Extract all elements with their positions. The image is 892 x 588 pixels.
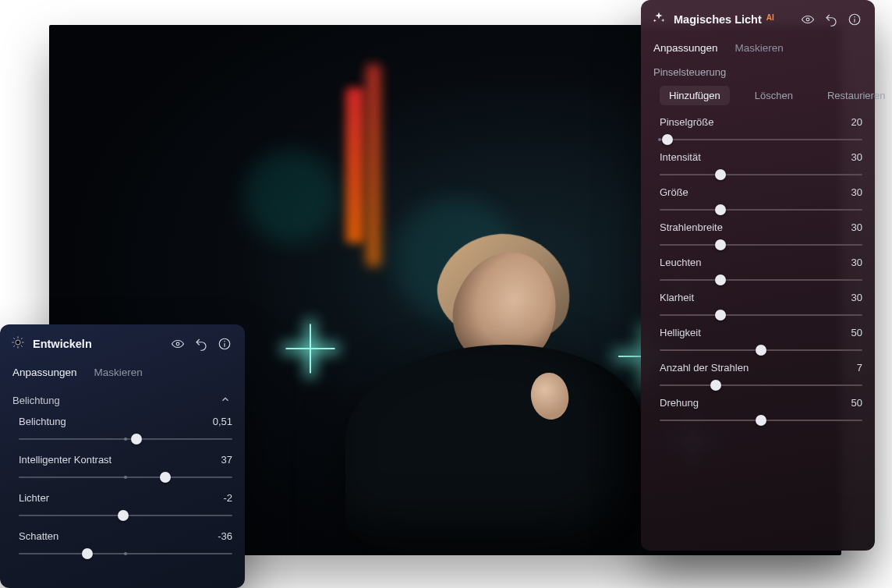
slider-track[interactable] [660, 345, 862, 356]
develop-panel: Entwickeln Anpassungen Maskieren Belicht… [0, 324, 245, 588]
ai-badge: AI [766, 13, 774, 22]
slider-contrast: Intelligenter Kontrast37 [0, 451, 245, 489]
slider-label: Anzahl der Strahlen [660, 362, 749, 374]
slider-ray_width: Strahlenbreite30 [641, 220, 875, 255]
slider-thumb[interactable] [715, 204, 726, 215]
slider-highlights: Lichter-2 [0, 489, 245, 527]
svg-point-13 [806, 18, 809, 21]
slider-track[interactable] [19, 548, 232, 559]
slider-track[interactable] [19, 472, 232, 483]
chevron-up-icon [220, 394, 232, 406]
slider-track[interactable] [660, 275, 862, 285]
slider-thumb[interactable] [710, 380, 721, 391]
slider-value: 50 [851, 397, 862, 409]
brush-mode-add[interactable]: Hinzufügen [660, 86, 730, 105]
develop-tabs: Anpassungen Maskieren [0, 362, 245, 388]
slider-ray_count: Anzahl der Strahlen7 [641, 360, 875, 395]
develop-panel-title: Entwickeln [33, 338, 92, 350]
slider-label: Klarheit [660, 292, 694, 303]
slider-thumb[interactable] [160, 472, 171, 483]
slider-thumb[interactable] [118, 510, 129, 521]
slider-track[interactable] [19, 510, 232, 521]
slider-rail [660, 244, 862, 246]
slider-label: Intelligenter Kontrast [19, 454, 112, 466]
slider-label: Pinselgröße [660, 116, 713, 128]
slider-tick [124, 437, 127, 441]
tab-masking[interactable]: Maskieren [735, 42, 784, 54]
slider-track[interactable] [19, 434, 232, 445]
slider-rail [660, 314, 862, 316]
exposure-group-label: Belichtung [12, 395, 60, 406]
slider-value: -2 [223, 492, 232, 504]
slider-track[interactable] [660, 239, 862, 250]
svg-point-16 [854, 16, 855, 18]
slider-label: Leuchten [660, 257, 702, 268]
exposure-group-header[interactable]: Belichtung [0, 388, 245, 413]
slider-value: 37 [221, 454, 232, 466]
slider-thumb[interactable] [715, 239, 726, 250]
brightness-icon [11, 335, 25, 352]
slider-thumb[interactable] [715, 169, 726, 180]
slider-label: Größe [660, 186, 688, 198]
slider-label: Intensität [660, 151, 701, 163]
brush-mode-erase[interactable]: Löschen [745, 86, 802, 105]
slider-tick [124, 552, 127, 555]
slider-rotation: Drehung50 [641, 395, 875, 430]
slider-value: 30 [851, 257, 862, 268]
slider-thumb[interactable] [82, 548, 93, 559]
slider-thumb[interactable] [756, 415, 766, 426]
tab-masking[interactable]: Maskieren [94, 367, 143, 378]
slider-value: -36 [218, 530, 232, 542]
svg-line-5 [13, 338, 15, 339]
slider-value: 30 [851, 186, 862, 198]
slider-thumb[interactable] [756, 345, 766, 356]
sparkle-icon [652, 11, 666, 28]
tab-adjustments[interactable]: Anpassungen [653, 42, 718, 54]
slider-track[interactable] [660, 310, 862, 321]
svg-line-7 [13, 345, 15, 347]
brush-mode-segmented: Hinzufügen Löschen Restaurieren [641, 86, 875, 115]
slider-value: 30 [851, 221, 862, 233]
slider-track[interactable] [660, 415, 862, 426]
slider-rail [660, 279, 862, 281]
slider-thumb[interactable] [131, 434, 142, 445]
slider-value: 30 [851, 292, 862, 303]
light-flare [286, 324, 335, 374]
slider-thumb[interactable] [662, 134, 673, 145]
slider-track[interactable] [660, 204, 862, 215]
info-icon[interactable] [847, 12, 862, 27]
slider-brush_size: Pinselgröße20 [641, 115, 875, 150]
brush-mode-restore[interactable]: Restaurieren [818, 86, 892, 105]
slider-label: Drehung [660, 397, 699, 409]
slider-value: 0,51 [213, 416, 232, 427]
slider-label: Strahlenbreite [660, 221, 723, 233]
svg-point-9 [176, 342, 179, 345]
slider-value: 7 [857, 362, 862, 374]
slider-track[interactable] [660, 380, 862, 391]
undo-icon[interactable] [193, 336, 209, 352]
decor-glow [244, 150, 338, 243]
slider-label: Lichter [19, 492, 49, 504]
subject-silhouette [330, 220, 665, 555]
eye-icon[interactable] [170, 336, 186, 352]
slider-glow: Leuchten30 [641, 255, 875, 290]
tab-adjustments[interactable]: Anpassungen [12, 367, 77, 378]
magic-light-panel: Magisches Licht AI Anpassungen Maskieren… [641, 0, 875, 551]
develop-sliders: Belichtung0,51Intelligenter Kontrast37Li… [0, 413, 245, 565]
svg-line-6 [21, 345, 23, 347]
slider-track[interactable] [660, 134, 862, 145]
slider-tick [658, 138, 661, 141]
slider-label: Belichtung [19, 416, 66, 427]
slider-track[interactable] [660, 169, 862, 180]
info-icon[interactable] [217, 336, 232, 352]
eye-icon[interactable] [800, 12, 816, 27]
slider-value: 20 [851, 116, 862, 128]
slider-thumb[interactable] [715, 310, 726, 321]
svg-point-12 [224, 341, 225, 342]
slider-rail [660, 139, 862, 140]
slider-exposure: Belichtung0,51 [0, 413, 245, 451]
undo-icon[interactable] [823, 12, 839, 27]
slider-rail [660, 384, 862, 386]
slider-thumb[interactable] [715, 275, 726, 285]
slider-value: 50 [851, 327, 862, 338]
